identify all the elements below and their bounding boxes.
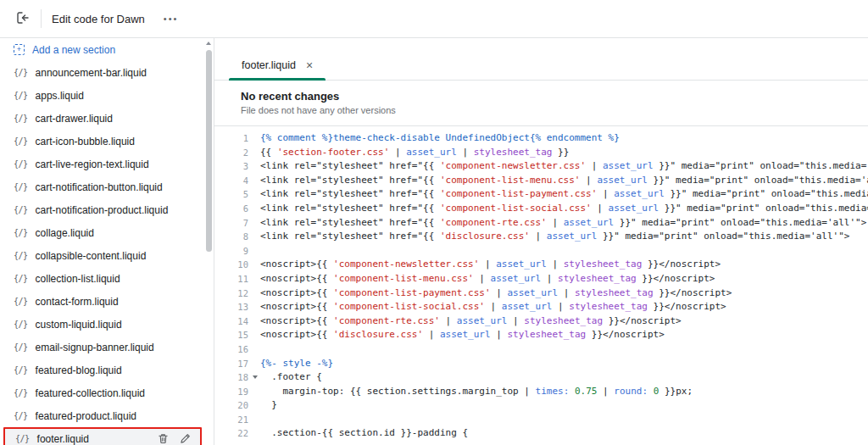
- file-row-actions: [158, 433, 192, 444]
- body-layout: + Add a new section {/}announcement-bar.…: [0, 38, 868, 445]
- scrollbar-up-arrow-icon[interactable]: [206, 42, 211, 45]
- fold-gutter: [250, 370, 260, 385]
- sidebar-item-cart-notification-button-liquid[interactable]: {/}cart-notification-button.liquid: [0, 175, 214, 198]
- page-title: Edit code for Dawn: [52, 13, 145, 25]
- fold-gutter: [250, 159, 260, 174]
- code-text: <link rel="stylesheet" href="{{ 'compone…: [260, 216, 868, 231]
- sidebar-item-email-signup-banner-liquid[interactable]: {/}email-signup-banner.liquid: [0, 336, 214, 359]
- code-line-17: 17{%- style -%}: [214, 357, 868, 371]
- delete-file-icon[interactable]: [158, 433, 169, 444]
- file-name-label: collection-list.liquid: [36, 273, 120, 285]
- line-number: 10: [214, 258, 250, 272]
- file-name-label: contact-form.liquid: [36, 296, 119, 308]
- file-name-label: cart-notification-button.liquid: [36, 181, 163, 193]
- code-text: margin-top: {{ section.settings.margin_t…: [260, 385, 868, 399]
- more-actions-button[interactable]: •••: [159, 10, 184, 27]
- sidebar-item-apps-liquid[interactable]: {/}apps.liquid: [0, 84, 214, 107]
- line-number: 15: [214, 328, 250, 342]
- line-number: 9: [214, 244, 250, 259]
- version-panel-subtitle: File does not have any other versions: [241, 105, 851, 115]
- sidebar-item-cart-icon-bubble-liquid[interactable]: {/}cart-icon-bubble.liquid: [0, 130, 214, 153]
- file-name-label: cart-live-region-text.liquid: [36, 159, 149, 170]
- sidebar-item-cart-live-region-text-liquid[interactable]: {/}cart-live-region-text.liquid: [0, 153, 214, 175]
- code-line-19: 19 margin-top: {{ section.settings.margi…: [214, 385, 868, 399]
- sidebar-item-custom-liquid-liquid[interactable]: {/}custom-liquid.liquid: [0, 313, 214, 336]
- file-name-label: cart-drawer.liquid: [36, 113, 113, 125]
- code-text: <noscript>{{ 'component-list-menu.css' |…: [260, 272, 868, 286]
- code-line-5: 5<link rel="stylesheet" href="{{ 'compon…: [214, 187, 868, 202]
- line-number: 17: [214, 357, 250, 371]
- rename-file-icon[interactable]: [180, 433, 191, 444]
- file-name-label: featured-blog.liquid: [36, 364, 122, 376]
- fold-gutter: [250, 328, 260, 342]
- line-number: 22: [214, 426, 250, 441]
- file-name-label: apps.liquid: [36, 90, 84, 102]
- add-new-section-button[interactable]: + Add a new section: [0, 38, 214, 61]
- fold-gutter: [250, 187, 260, 202]
- sidebar-item-cart-notification-product-liquid[interactable]: {/}cart-notification-product.liquid: [0, 198, 214, 221]
- file-name-label: announcement-bar.liquid: [36, 67, 147, 79]
- fold-gutter: [250, 202, 260, 216]
- liquid-file-icon: {/}: [14, 136, 28, 146]
- tab-footer-liquid[interactable]: footer.liquid ×: [229, 50, 326, 80]
- liquid-file-icon: {/}: [14, 411, 28, 420]
- fold-gutter: [250, 426, 260, 441]
- sidebar-item-footer-liquid[interactable]: {/}footer.liquid: [3, 427, 202, 445]
- sidebar-item-featured-blog-liquid[interactable]: {/}featured-blog.liquid: [0, 359, 214, 381]
- tab-label: footer.liquid: [242, 59, 296, 71]
- tab-close-icon[interactable]: ×: [306, 59, 313, 71]
- sidebar-item-collage-liquid[interactable]: {/}collage.liquid: [0, 221, 214, 244]
- sidebar-item-featured-collection-liquid[interactable]: {/}featured-collection.liquid: [0, 381, 214, 404]
- code-text: {%- style -%}: [260, 357, 868, 371]
- code-text: <noscript>{{ 'component-list-social.css'…: [260, 300, 868, 314]
- fold-chevron-icon[interactable]: [253, 375, 258, 379]
- liquid-file-icon: {/}: [14, 388, 28, 398]
- scrollbar-thumb[interactable]: [206, 50, 212, 252]
- more-dots-icon: •••: [164, 14, 179, 24]
- file-name-label: featured-product.liquid: [36, 410, 136, 422]
- line-number: 18: [214, 370, 250, 385]
- line-number: 19: [214, 385, 250, 399]
- code-line-4: 4<link rel="stylesheet" href="{{ 'compon…: [214, 174, 868, 188]
- sidebar-item-collapsible-content-liquid[interactable]: {/}collapsible-content.liquid: [0, 244, 214, 267]
- exit-editor-button[interactable]: [10, 6, 36, 31]
- code-text: }: [260, 398, 868, 413]
- line-number: 2: [214, 146, 250, 160]
- sidebar: + Add a new section {/}announcement-bar.…: [0, 38, 214, 445]
- code-text: <noscript>{{ 'component-list-payment.css…: [260, 286, 868, 301]
- code-line-1: 1{% comment %}theme-check-disable Undefi…: [214, 131, 868, 146]
- main-panel: footer.liquid × No recent changes File d…: [214, 38, 868, 445]
- line-number: 12: [214, 286, 250, 301]
- fold-gutter: [250, 398, 260, 413]
- code-text: <noscript>{{ 'component-rte.css' | asset…: [260, 314, 868, 329]
- fold-gutter: [250, 286, 260, 301]
- fold-gutter: [250, 272, 260, 286]
- line-number: 16: [214, 342, 250, 357]
- sidebar-item-cart-drawer-liquid[interactable]: {/}cart-drawer.liquid: [0, 107, 214, 130]
- line-number: 6: [214, 202, 250, 216]
- sidebar-item-collection-list-liquid[interactable]: {/}collection-list.liquid: [0, 267, 214, 290]
- sidebar-item-contact-form-liquid[interactable]: {/}contact-form.liquid: [0, 290, 214, 313]
- liquid-file-icon: {/}: [14, 114, 28, 123]
- fold-gutter: [250, 146, 260, 160]
- code-line-7: 7<link rel="stylesheet" href="{{ 'compon…: [214, 216, 868, 231]
- fold-gutter: [250, 342, 260, 357]
- sidebar-item-featured-product-liquid[interactable]: {/}featured-product.liquid: [0, 404, 214, 427]
- file-name-label: custom-liquid.liquid: [36, 319, 122, 331]
- line-number: 5: [214, 187, 250, 202]
- sidebar-scrollbar[interactable]: [204, 38, 214, 445]
- sidebar-file-list: {/}announcement-bar.liquid{/}apps.liquid…: [0, 61, 214, 445]
- file-name-label: collapsible-content.liquid: [36, 250, 147, 262]
- fold-gutter: [250, 244, 260, 259]
- code-line-20: 20 }: [214, 398, 868, 413]
- topbar-divider: [41, 9, 42, 28]
- code-text: <link rel="stylesheet" href="{{ 'compone…: [260, 202, 868, 216]
- code-line-14: 14<noscript>{{ 'component-rte.css' | ass…: [214, 314, 868, 329]
- sidebar-item-announcement-bar-liquid[interactable]: {/}announcement-bar.liquid: [0, 61, 214, 84]
- code-text: <noscript>{{ 'disclosure.css' | asset_ur…: [260, 328, 868, 342]
- code-line-12: 12<noscript>{{ 'component-list-payment.c…: [214, 286, 868, 301]
- code-editor[interactable]: 1{% comment %}theme-check-disable Undefi…: [214, 126, 868, 445]
- code-line-2: 2{{ 'section-footer.css' | asset_url | s…: [214, 146, 868, 160]
- liquid-file-icon: {/}: [14, 205, 28, 214]
- liquid-file-icon: {/}: [14, 182, 28, 192]
